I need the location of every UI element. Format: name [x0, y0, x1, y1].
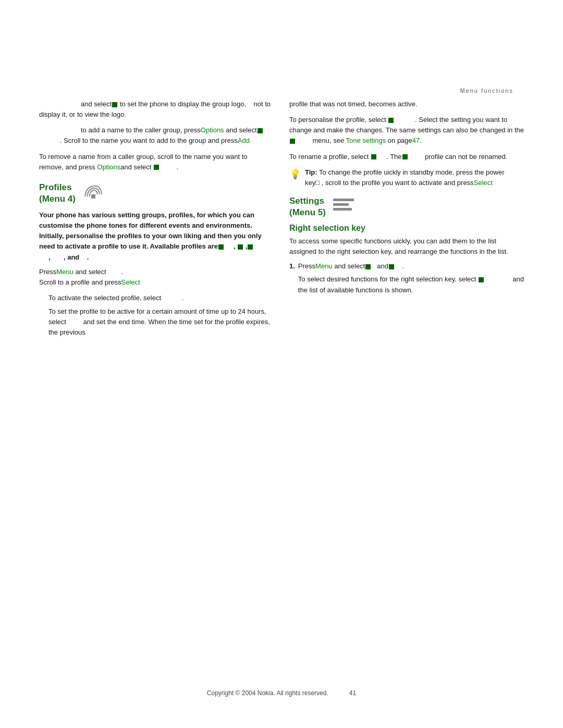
menu-link-1[interactable]: Menu [56, 268, 74, 276]
step-1: 1. PressMenu and select and . To select … [289, 262, 524, 295]
green-square-3 [154, 165, 159, 170]
svg-rect-3 [333, 208, 352, 211]
menu-functions-header: Menu functions [460, 88, 513, 94]
settings-section-header: Settings (Menu 5) [289, 195, 524, 218]
green-square-1 [112, 102, 117, 107]
block-remove-name: To remove a name from a caller group, sc… [39, 152, 274, 172]
block-group-logo: and select to set the phone to display t… [39, 99, 274, 120]
step-1-content: PressMenu and select and . To select des… [298, 262, 524, 295]
continues-block: profile that was not timed, becomes acti… [289, 99, 524, 109]
profiles-icon [81, 182, 106, 201]
svg-rect-1 [333, 199, 354, 201]
settings-title-line1: Settings [289, 195, 326, 207]
green-square-12 [389, 264, 394, 269]
profiles-title-line1: Profiles [39, 182, 76, 193]
green-square-11 [365, 264, 371, 269]
step-1-number: 1. [289, 262, 295, 295]
options-link-2[interactable]: Options [97, 163, 120, 171]
options-link-1[interactable]: Options [201, 126, 224, 134]
settings-icon [331, 195, 356, 214]
tone-settings-link[interactable]: Tone settings [346, 137, 386, 144]
tip-icon: 💡 [289, 168, 301, 188]
step-1-indent: To select desired functions for the righ… [298, 274, 524, 295]
svg-rect-2 [333, 203, 349, 206]
settings-title-line2: (Menu 5) [289, 207, 326, 218]
personalise-block: To personalise the profile, select . Sel… [289, 115, 524, 146]
profiles-title: Profiles (Menu 4) [39, 182, 76, 205]
profiles-body: Your phone has various setting groups, p… [39, 210, 274, 263]
green-square-4 [218, 244, 224, 250]
tip-select-link[interactable]: Select [474, 179, 493, 187]
green-square-2 [258, 128, 263, 133]
green-square-9 [371, 154, 376, 159]
press-menu-block: PressMenu and select . Scroll to a profi… [39, 267, 274, 288]
profiles-section-header: Profiles (Menu 4) [39, 182, 274, 205]
rsk-body: To access some specific functions uickly… [289, 236, 524, 257]
profiles-title-line2: (Menu 4) [39, 193, 76, 205]
green-square-5 [238, 244, 243, 250]
green-square-10 [402, 154, 408, 159]
green-square-6 [248, 244, 253, 250]
rename-block: To rename a profile, select . The profil… [289, 152, 524, 162]
green-square-7 [388, 118, 394, 123]
tip-text-content: Tip: To change the profile uickly in sta… [305, 167, 524, 188]
left-column: and select to set the phone to display t… [39, 99, 274, 338]
footer-copyright: Copyright © 2004 Nokia. All rights reser… [207, 689, 328, 697]
select-link-1[interactable]: Select [121, 278, 140, 286]
page: Menu functions and select to set the pho… [0, 0, 563, 728]
footer: Copyright © 2004 Nokia. All rights reser… [39, 689, 524, 697]
block-add-name: to add a name to the caller group, press… [39, 125, 274, 146]
tip-block: 💡 Tip: To change the profile uickly in s… [289, 167, 524, 188]
add-link[interactable]: Add [238, 137, 250, 144]
set-profile-time-block: To set the profile to be active for a ce… [48, 306, 274, 338]
right-column: profile that was not timed, becomes acti… [289, 99, 524, 338]
right-selection-key-title: Right selection key [289, 224, 524, 233]
green-square-13 [479, 277, 484, 282]
content-area: and select to set the phone to display t… [39, 99, 524, 338]
svg-rect-0 [91, 194, 95, 199]
green-square-8 [290, 139, 295, 144]
footer-page-number: 41 [349, 689, 356, 697]
activate-profile-block: To activate the selected profile, select… [48, 293, 274, 303]
step1-menu-link[interactable]: Menu [315, 262, 333, 270]
settings-title: Settings (Menu 5) [289, 195, 326, 218]
tone-settings-page: 47 [412, 137, 420, 144]
tip-label: Tip: [305, 168, 317, 176]
